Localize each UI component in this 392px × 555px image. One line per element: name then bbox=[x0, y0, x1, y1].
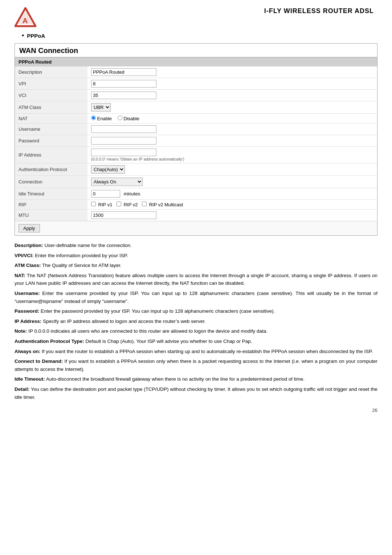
desc-username: Username: Enter the username provided by… bbox=[15, 289, 377, 305]
input-username[interactable] bbox=[91, 125, 156, 133]
rip-checkboxes: RIP v1 RIP v2 RIP v2 Multicast bbox=[91, 202, 186, 207]
form-table: Description VPI VCI ATM Class bbox=[15, 66, 377, 221]
pppoa-section-header: PPPoA Routed bbox=[15, 57, 377, 66]
desc-connect-demand: Connect to Demand: If you want to establ… bbox=[15, 357, 377, 373]
section-bullet: PPPoA bbox=[22, 32, 377, 40]
label-connection: Connection bbox=[15, 176, 87, 188]
desc-description: Description: User-definable name for the… bbox=[15, 242, 377, 250]
desc-always-on: Always on: If you want the router to est… bbox=[15, 348, 377, 356]
table-row: Connection Always On Connect to Demand M… bbox=[15, 176, 377, 188]
label-vpi: VPI bbox=[15, 78, 87, 90]
input-password[interactable] bbox=[91, 137, 156, 145]
desc-atm-class: ATM Class: The Quality of Service for AT… bbox=[15, 262, 377, 270]
desc-ip-note: Note: IP 0.0.0.0 indicates all users who… bbox=[15, 327, 377, 335]
ip-address-note: (0.0.0.0' means 'Obtain an IP address au… bbox=[91, 157, 373, 161]
input-ip-address[interactable] bbox=[91, 149, 156, 156]
label-atm-class: ATM Class bbox=[15, 101, 87, 114]
section-bullet-label: PPPoA bbox=[27, 33, 45, 39]
rip-v2-multicast-checkbox[interactable] bbox=[142, 202, 147, 206]
nat-enable-radio[interactable] bbox=[91, 116, 96, 120]
select-atm-class[interactable]: UBR CBR VBR bbox=[91, 103, 111, 112]
label-description: Description bbox=[15, 66, 87, 78]
table-row: Description bbox=[15, 66, 377, 78]
label-rip: RIP bbox=[15, 200, 87, 210]
nat-enable-label[interactable]: Enable bbox=[91, 116, 113, 121]
apply-button[interactable]: Apply bbox=[19, 224, 40, 232]
nat-radio-group: Enable Disable bbox=[91, 116, 144, 121]
field-ip-address: (0.0.0.0' means 'Obtain an IP address au… bbox=[87, 147, 377, 163]
table-row: NAT Enable Disable bbox=[15, 114, 377, 123]
logo-area: A bbox=[15, 7, 36, 28]
field-vpi bbox=[87, 78, 377, 90]
label-mtu: MTU bbox=[15, 210, 87, 221]
rip-v2-checkbox[interactable] bbox=[117, 202, 121, 206]
rip-v1-label[interactable]: RIP v1 bbox=[91, 202, 114, 207]
label-password: Password bbox=[15, 135, 87, 147]
field-auth-protocol: Chap(Auto) PAP CHAP bbox=[87, 163, 377, 176]
input-idle-timeout[interactable] bbox=[91, 190, 120, 198]
label-auth-protocol: Authentication Protocol bbox=[15, 163, 87, 176]
desc-idle-timeout: Idle Timeout: Auto-disconnect the broadb… bbox=[15, 375, 377, 383]
label-username: Username bbox=[15, 123, 87, 135]
field-mtu bbox=[87, 210, 377, 221]
table-row: IP Address (0.0.0.0' means 'Obtain an IP… bbox=[15, 147, 377, 163]
table-row: Password bbox=[15, 135, 377, 147]
desc-ip-address: IP Address: Specify an IP address allowe… bbox=[15, 317, 377, 325]
select-connection[interactable]: Always On Connect to Demand Manual bbox=[91, 178, 143, 186]
input-vpi[interactable] bbox=[91, 80, 156, 88]
field-password bbox=[87, 135, 377, 147]
table-row: Authentication Protocol Chap(Auto) PAP C… bbox=[15, 163, 377, 176]
field-username bbox=[87, 123, 377, 135]
table-row: ATM Class UBR CBR VBR bbox=[15, 101, 377, 114]
apply-row: Apply bbox=[15, 221, 377, 235]
field-idle-timeout: minutes bbox=[87, 188, 377, 200]
field-description bbox=[87, 66, 377, 78]
desc-vpivci: VPI/VCI: Enter the information provided … bbox=[15, 252, 377, 260]
table-row: VPI bbox=[15, 78, 377, 90]
desc-nat: NAT: The NAT (Network Address Translatio… bbox=[15, 272, 377, 287]
table-row: RIP RIP v1 RIP v2 RIP v2 Multicast bbox=[15, 200, 377, 210]
table-row: VCI bbox=[15, 90, 377, 101]
description-section: Description: User-definable name for the… bbox=[15, 242, 377, 401]
desc-auth-protocol: Authentication Protocol Type: Default is… bbox=[15, 337, 377, 345]
field-rip: RIP v1 RIP v2 RIP v2 Multicast bbox=[87, 200, 377, 210]
rip-v2-multicast-label[interactable]: RIP v2 Multicast bbox=[142, 202, 183, 207]
label-nat: NAT bbox=[15, 114, 87, 123]
input-mtu[interactable] bbox=[91, 211, 156, 219]
svg-text:A: A bbox=[23, 17, 28, 25]
table-row: Username bbox=[15, 123, 377, 135]
desc-password: Password: Enter the password provided by… bbox=[15, 307, 377, 315]
input-vci[interactable] bbox=[91, 92, 156, 99]
field-vci bbox=[87, 90, 377, 101]
rip-v2-label[interactable]: RIP v2 bbox=[117, 202, 139, 207]
nat-disable-label[interactable]: Disable bbox=[118, 116, 139, 121]
rip-v1-checkbox[interactable] bbox=[91, 202, 96, 206]
brand-area: I-FLY WIRELESS ROUTER ADSL bbox=[264, 7, 377, 15]
label-idle-timeout: Idle Timeout bbox=[15, 188, 87, 200]
select-auth-protocol[interactable]: Chap(Auto) PAP CHAP bbox=[91, 165, 125, 174]
page-header: A I-FLY WIRELESS ROUTER ADSL bbox=[15, 7, 377, 28]
page-number: 26 bbox=[15, 408, 377, 413]
wan-connection-box: WAN Connection PPPoA Routed Description … bbox=[15, 43, 377, 236]
desc-detail: Detail: You can define the destination p… bbox=[15, 385, 377, 401]
table-row: Idle Timeout minutes bbox=[15, 188, 377, 200]
label-ip-address: IP Address bbox=[15, 147, 87, 163]
field-nat: Enable Disable bbox=[87, 114, 377, 123]
table-row: MTU bbox=[15, 210, 377, 221]
label-vci: VCI bbox=[15, 90, 87, 101]
wan-box-title: WAN Connection bbox=[15, 44, 377, 57]
input-description[interactable] bbox=[91, 68, 156, 76]
field-connection: Always On Connect to Demand Manual bbox=[87, 176, 377, 188]
field-atm-class: UBR CBR VBR bbox=[87, 101, 377, 114]
idle-timeout-unit: minutes bbox=[124, 191, 140, 197]
nat-disable-radio[interactable] bbox=[118, 116, 122, 120]
brand-title: I-FLY WIRELESS ROUTER ADSL bbox=[264, 7, 374, 15]
